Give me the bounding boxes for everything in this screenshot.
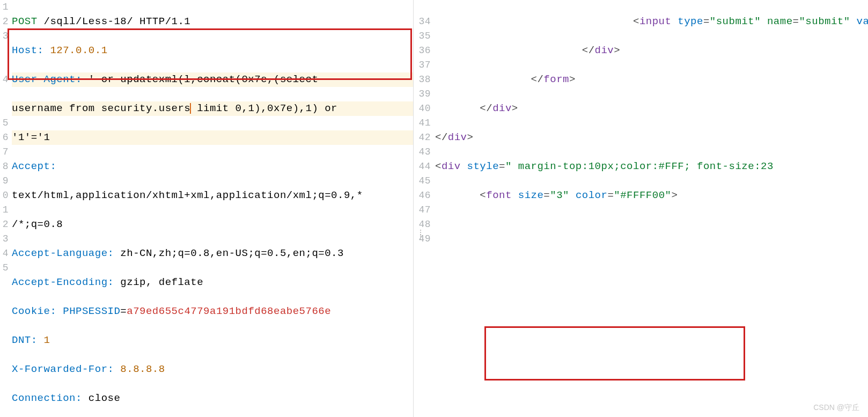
open-font: <font size="3" color="#FFFF00">	[435, 188, 868, 203]
watermark-text: CSDN @守丘	[813, 403, 859, 413]
accept-value1: text/html,application/xhtml+xml,applicat…	[12, 188, 413, 203]
user-agent-cont1: username from security.users limit 0,1),…	[12, 101, 413, 116]
split-panes: 123 4 5 678 901 234 5 POST /sqll/Less-18…	[0, 0, 868, 417]
input-tag-line: <input type="submit" name="submit" value…	[435, 14, 868, 29]
dnt-header: DNT: 1	[12, 333, 413, 348]
request-pane[interactable]: 123 4 5 678 901 234 5 POST /sqll/Less-18…	[0, 0, 414, 417]
response-code[interactable]: <input type="submit" name="submit" value…	[435, 0, 868, 417]
request-code[interactable]: POST /sqll/Less-18/ HTTP/1.1 Host: 127.0…	[12, 0, 413, 417]
right-gutter: 3435 363738 394041 424344 454647 4849	[414, 0, 432, 246]
xff-header: X-Forwarded-For: 8.8.8.8	[12, 362, 413, 377]
open-div-style: <div style=" margin-top:10px;color:#FFF;…	[435, 159, 868, 174]
close-div-3: </div>	[435, 130, 868, 145]
left-gutter: 123 4 5 678 901 234 5	[0, 0, 10, 275]
request-line: POST /sqll/Less-18/ HTTP/1.1	[12, 14, 413, 29]
user-agent-header: User-Agent: ' or updatexml(l,concat(0x7e…	[12, 72, 413, 87]
accept-encoding-header: Accept-Encoding: gzip, deflate	[12, 275, 413, 290]
blank45	[435, 362, 868, 377]
host-header: Host: 127.0.0.1	[12, 43, 413, 58]
blank42	[435, 275, 868, 290]
blank46	[435, 391, 868, 406]
blank41	[435, 246, 868, 261]
blank44	[435, 333, 868, 348]
blank43	[435, 304, 868, 319]
accept-language-header: Accept-Language: zh-CN,zh;q=0.8,en-US;q=…	[12, 246, 413, 261]
response-pane[interactable]: ⋮⋮⋮⋮ 3435 363738 394041 424344 454647 48…	[414, 0, 868, 417]
close-div-2: </div>	[435, 101, 868, 116]
user-agent-cont2: '1'='1	[12, 130, 413, 145]
cookie-header: Cookie: PHPSESSID=a79ed655c4779a191bdfd6…	[12, 304, 413, 319]
accept-header: Accept:	[12, 159, 413, 174]
blank40	[435, 217, 868, 232]
connection-header: Connection: close	[12, 391, 413, 406]
accept-value2: /*;q=0.8	[12, 217, 413, 232]
close-div-1: </div>	[435, 43, 868, 58]
close-form: </form>	[435, 72, 868, 87]
